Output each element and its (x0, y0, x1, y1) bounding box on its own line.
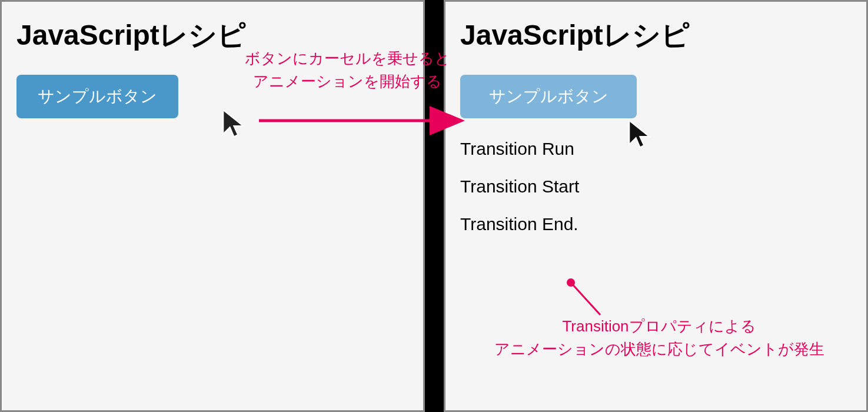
log-item: Transition End. (460, 214, 852, 234)
annotation-line: Transitionプロパティによる (453, 315, 865, 338)
annotation-hover-explain: ボタンにカーセルを乗せると アニメーションを開始する (206, 47, 488, 93)
cursor-icon (624, 118, 656, 150)
annotation-event-explain: Transitionプロパティによる アニメーションの状態に応じてイベントが発生 (453, 315, 865, 361)
annotation-line: アニメーションを開始する (206, 70, 488, 93)
arrow-icon (259, 106, 471, 135)
annotation-line: アニメーションの状態に応じてイベントが発生 (453, 338, 865, 361)
callout-line-icon (565, 277, 612, 318)
annotation-line: ボタンにカーセルを乗せると (206, 47, 488, 70)
cursor-icon (218, 107, 250, 139)
svg-line-3 (571, 283, 600, 315)
log-item: Transition Start (460, 177, 852, 197)
sample-button[interactable]: サンプルボタン (16, 75, 178, 118)
transition-log: Transition Run Transition Start Transiti… (460, 139, 852, 234)
page-title: JavaScriptレシピ (460, 16, 852, 54)
